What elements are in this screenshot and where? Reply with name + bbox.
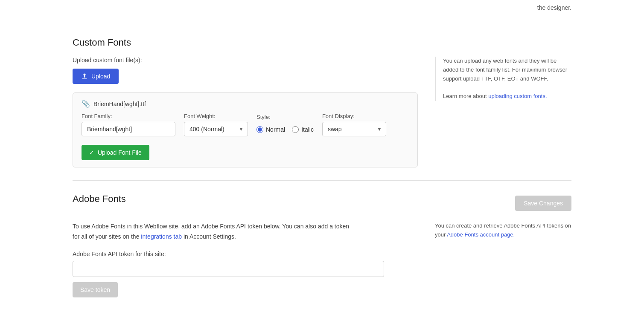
font-style-group: Style: Normal Italic bbox=[256, 114, 314, 136]
font-weight-group: Font Weight: 100 (Thin) 200 (Extra Light… bbox=[184, 113, 248, 136]
adobe-fonts-description: To use Adobe Fonts in this Webflow site,… bbox=[73, 222, 354, 242]
font-family-label: Font Family: bbox=[82, 113, 175, 119]
upload-icon bbox=[81, 73, 88, 80]
content-area: the designer. Custom Fonts Upload custom… bbox=[73, 0, 571, 310]
upload-button-label: Upload bbox=[91, 73, 110, 80]
token-input[interactable] bbox=[73, 261, 384, 277]
custom-fonts-aside: You can upload any web fonts and they wi… bbox=[435, 57, 571, 167]
upload-label: Upload custom font file(s): bbox=[73, 57, 418, 63]
font-family-group: Font Family: bbox=[82, 113, 175, 136]
font-display-group: Font Display: auto block swap fallback o… bbox=[322, 113, 386, 136]
font-weight-select-wrapper: 100 (Thin) 200 (Extra Light) 300 (Light)… bbox=[184, 122, 248, 136]
font-display-label: Font Display: bbox=[322, 113, 386, 119]
font-weight-select[interactable]: 100 (Thin) 200 (Extra Light) 300 (Light)… bbox=[184, 122, 248, 136]
custom-fonts-aside-text: You can upload any web fonts and they wi… bbox=[435, 57, 571, 101]
integrations-link[interactable]: integrations tab bbox=[141, 233, 182, 240]
custom-fonts-section: Custom Fonts Upload custom font file(s):… bbox=[73, 24, 571, 181]
token-label: Adobe Fonts API token for this site: bbox=[73, 251, 418, 257]
style-italic-label[interactable]: Italic bbox=[292, 126, 314, 133]
upload-font-btn-group: ✓ Upload Font File bbox=[82, 145, 149, 160]
top-section: the designer. bbox=[73, 0, 571, 24]
upload-button[interactable]: Upload bbox=[73, 69, 119, 84]
style-normal-text: Normal bbox=[266, 126, 285, 133]
style-italic-radio[interactable] bbox=[292, 126, 299, 133]
font-filename: BriemHand[wght].ttf bbox=[93, 101, 146, 107]
style-italic-text: Italic bbox=[301, 126, 314, 133]
learn-more-link[interactable]: uploading custom fonts. bbox=[488, 93, 547, 99]
font-style-label: Style: bbox=[256, 114, 314, 120]
aside-description: You can upload any web fonts and they wi… bbox=[443, 58, 567, 82]
adobe-fonts-main: To use Adobe Fonts in this Webflow site,… bbox=[73, 222, 418, 297]
adobe-fonts-title: Adobe Fonts bbox=[73, 193, 126, 205]
adobe-aside-text: You can create and retrieve Adobe Fonts … bbox=[435, 222, 571, 239]
page-wrapper: the designer. Custom Fonts Upload custom… bbox=[0, 0, 644, 323]
font-display-select[interactable]: auto block swap fallback optional bbox=[322, 122, 386, 136]
font-file-card: 📎 BriemHand[wght].ttf Font Family: bbox=[73, 92, 418, 167]
save-changes-button[interactable]: Save Changes bbox=[515, 196, 571, 211]
custom-fonts-title: Custom Fonts bbox=[73, 37, 571, 48]
font-weight-label: Font Weight: bbox=[184, 113, 248, 119]
font-fields-row: Font Family: Font Weight: 100 (Thin) 200… bbox=[82, 113, 409, 160]
adobe-fonts-layout: To use Adobe Fonts in this Webflow site,… bbox=[73, 222, 571, 297]
top-text: the designer. bbox=[73, 4, 571, 11]
font-family-input[interactable] bbox=[82, 122, 175, 136]
learn-more-prefix: Learn more about bbox=[443, 93, 488, 99]
upload-font-file-button[interactable]: ✓ Upload Font File bbox=[82, 145, 149, 160]
adobe-fonts-aside: You can create and retrieve Adobe Fonts … bbox=[435, 222, 571, 297]
adobe-desc-part2: in Account Settings. bbox=[182, 233, 236, 240]
save-token-button[interactable]: Save token bbox=[73, 282, 118, 297]
upload-font-file-label: Upload Font File bbox=[98, 149, 142, 156]
custom-fonts-main: Upload custom font file(s): Upload 📎 Bri… bbox=[73, 57, 418, 167]
style-normal-radio[interactable] bbox=[256, 126, 263, 133]
adobe-fonts-header: Adobe Fonts Save Changes bbox=[73, 193, 571, 213]
file-icon: 📎 bbox=[82, 100, 90, 108]
custom-fonts-layout: Upload custom font file(s): Upload 📎 Bri… bbox=[73, 57, 571, 167]
font-display-select-wrapper: auto block swap fallback optional ▼ bbox=[322, 122, 386, 136]
font-filename-row: 📎 BriemHand[wght].ttf bbox=[82, 100, 409, 108]
adobe-fonts-section: Adobe Fonts Save Changes To use Adobe Fo… bbox=[73, 181, 571, 310]
style-normal-label[interactable]: Normal bbox=[256, 126, 285, 133]
checkmark-icon: ✓ bbox=[89, 149, 94, 156]
font-style-radio-group: Normal Italic bbox=[256, 123, 314, 136]
adobe-account-link[interactable]: Adobe Fonts account page. bbox=[447, 231, 515, 238]
